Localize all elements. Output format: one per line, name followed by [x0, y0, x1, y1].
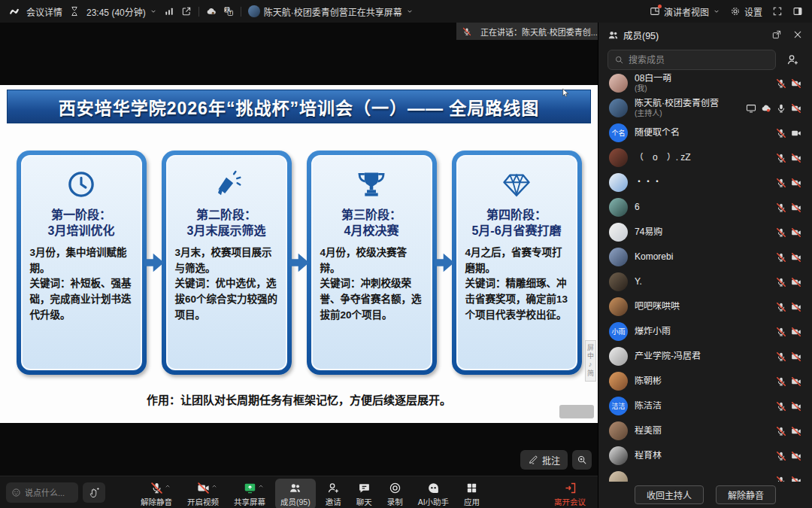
toolbar-members-button[interactable]: 成员(95)	[275, 479, 316, 508]
close-panel-icon[interactable]	[792, 29, 803, 40]
mic-muted-icon[interactable]	[776, 351, 786, 362]
toolbar-share-screen-button[interactable]: 共享屏幕	[229, 479, 271, 508]
mic-muted-icon[interactable]	[776, 252, 786, 263]
mic-muted-icon[interactable]	[776, 327, 786, 337]
network-signal-icon[interactable]	[164, 6, 174, 17]
member-name: 陈洁洁	[635, 401, 769, 412]
toolbar-chat-button[interactable]: 聊天	[351, 479, 377, 508]
leave-meeting-button[interactable]: 离开会议	[550, 479, 590, 508]
mic-muted-icon[interactable]	[776, 178, 786, 188]
camera-off-icon[interactable]	[791, 202, 801, 213]
toolbar-start-video-button[interactable]: 开启视频	[182, 479, 224, 508]
toolbar-ai-assistant-button[interactable]: AI小助手	[413, 479, 454, 508]
member-row[interactable]: 个名 随便取个名	[598, 120, 812, 145]
mic-muted-icon[interactable]	[776, 153, 786, 163]
add-member-button[interactable]	[782, 50, 803, 70]
chat-input[interactable]	[25, 488, 73, 497]
member-row[interactable]: 陈朝彬	[598, 369, 812, 394]
mic-muted-icon[interactable]	[776, 202, 786, 213]
member-row[interactable]: 程育林	[598, 443, 812, 468]
meeting-details-button[interactable]: 会议详情	[26, 5, 62, 18]
member-name: Komorebi	[635, 252, 769, 263]
stage-card-heading: 第二阶段： 3月末展示筛选	[187, 208, 266, 239]
mic-muted-icon[interactable]	[776, 128, 786, 138]
cloud-record-icon[interactable]	[761, 103, 771, 114]
member-status-icons	[776, 451, 801, 461]
camera-on-icon[interactable]	[791, 128, 801, 138]
camera-off-icon[interactable]	[791, 401, 801, 412]
raise-hand-button[interactable]	[83, 482, 105, 503]
reclaim-host-button[interactable]: 收回主持人	[635, 485, 704, 504]
member-row[interactable]: Y.	[598, 269, 812, 294]
meeting-timer[interactable]: 23:45 (40分钟)	[86, 5, 157, 18]
mic-muted-icon[interactable]	[776, 451, 786, 461]
mic-muted-icon[interactable]	[776, 426, 786, 437]
member-row[interactable]: （￣o￣）. zZ	[598, 145, 812, 170]
member-row[interactable]: 08白一萌 (我)	[598, 71, 812, 96]
camera-off-icon[interactable]	[791, 153, 801, 163]
divider	[241, 7, 241, 17]
camera-off-icon[interactable]	[791, 103, 801, 114]
member-row[interactable]: 6	[598, 195, 812, 220]
toolbar-unmute-button[interactable]: 解除静音	[135, 479, 177, 508]
camera-off-icon[interactable]	[791, 178, 801, 188]
camera-off-icon[interactable]	[791, 426, 801, 437]
sharing-status[interactable]: 陈天航·校团委青创营正在共享屏幕	[248, 5, 414, 18]
member-row[interactable]: 产业学院-冯居君	[598, 344, 812, 369]
card-body-line: 关键词：优中选优，选拔60个综合实力较强的项目。	[175, 276, 278, 324]
camera-off-icon[interactable]	[791, 277, 801, 287]
member-row[interactable]: 小雨 爆炸小雨	[598, 319, 812, 344]
unmute-member-button[interactable]: 解除静音	[716, 485, 776, 504]
quick-chat-box[interactable]	[6, 482, 78, 503]
camera-off-icon[interactable]	[791, 302, 801, 312]
stage-card-inner: 第二阶段： 3月末展示筛选 3月末，校赛项目展示与筛选。关键词：优中选优，选拔6…	[166, 155, 287, 370]
open-external-icon[interactable]	[181, 6, 192, 17]
cloud-icon[interactable]	[206, 6, 217, 17]
caret-up-icon[interactable]	[211, 483, 217, 489]
screen-share-icon[interactable]	[746, 103, 756, 114]
member-name: （￣o￣）. zZ	[635, 153, 769, 163]
translate-icon[interactable]: 文T	[223, 6, 234, 17]
camera-off-icon[interactable]	[791, 451, 801, 461]
mic-muted-icon[interactable]	[776, 78, 786, 89]
annotate-button[interactable]: 批注	[520, 450, 568, 470]
member-name: 程育林	[635, 451, 769, 461]
settings-button[interactable]: 设置	[730, 5, 762, 18]
mic-muted-icon[interactable]	[776, 376, 786, 387]
caret-up-icon[interactable]	[165, 483, 171, 489]
mic-muted-icon[interactable]	[776, 401, 786, 412]
member-row[interactable]: 吧吧咪哄哄	[598, 294, 812, 319]
camera-off-icon[interactable]	[791, 327, 801, 337]
member-status-icons	[776, 401, 801, 412]
camera-off-icon[interactable]	[791, 252, 801, 263]
view-mode-selector[interactable]: 演讲者视图	[650, 5, 720, 18]
toolbar-apps-button[interactable]: 应用	[459, 479, 485, 508]
camera-off-icon[interactable]	[791, 227, 801, 238]
member-search-box[interactable]	[607, 50, 776, 70]
slide-corner-badge	[559, 405, 594, 418]
camera-off-icon[interactable]	[791, 78, 801, 89]
member-row[interactable]: 洁洁 陈洁洁	[598, 394, 812, 418]
popout-panel-icon[interactable]	[771, 29, 782, 40]
camera-off-icon[interactable]	[791, 351, 801, 362]
member-row[interactable]: 74易购	[598, 220, 812, 245]
member-search-input[interactable]	[629, 55, 769, 65]
mic-on-icon[interactable]	[776, 103, 786, 114]
stage-card-body: 3月份，集中培训赋能期。关键词：补短板、强基础，完成商业计划书迭代升级。	[23, 245, 141, 324]
mic-muted-icon[interactable]	[776, 277, 786, 287]
member-row[interactable]: Komorebi	[598, 245, 812, 269]
mic-muted-icon[interactable]	[776, 227, 786, 238]
fullscreen-icon[interactable]	[772, 6, 783, 17]
camera-off-icon[interactable]	[791, 376, 801, 387]
member-row[interactable]: 陈天航·校团委青创营 (主持人)	[598, 96, 812, 120]
zoom-in-button[interactable]	[572, 450, 592, 470]
toolbar-record-button[interactable]: 录制	[382, 479, 408, 508]
mic-muted-icon[interactable]	[776, 302, 786, 312]
member-row[interactable]: ・・・	[598, 170, 812, 195]
member-row[interactable]: 程美丽	[598, 418, 812, 443]
members-panel-header: 成员(95)	[598, 23, 812, 47]
exit-door-icon	[564, 481, 577, 494]
toolbar-invite-button[interactable]: 邀请	[320, 479, 347, 508]
side-panel-toggle-icon[interactable]	[792, 6, 803, 17]
caret-up-icon[interactable]	[258, 483, 264, 489]
